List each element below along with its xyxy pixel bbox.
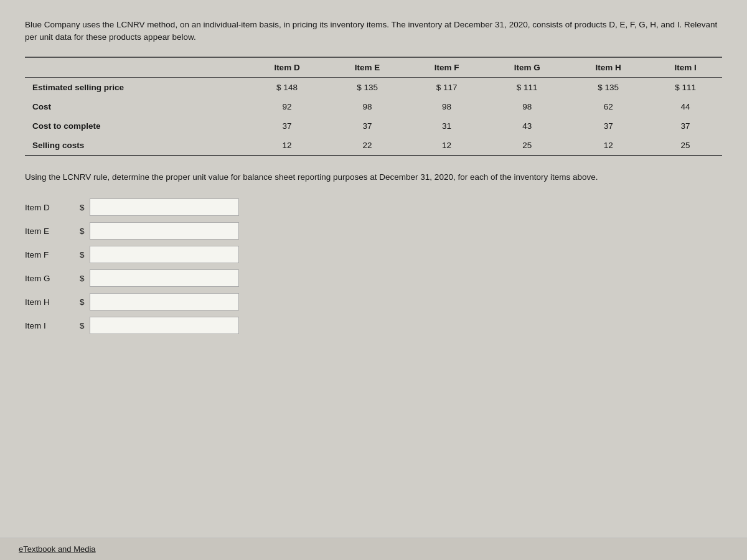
cell-e-selling: $ 135 bbox=[327, 77, 407, 97]
page-container: Blue Company uses the LCNRV method, on a… bbox=[0, 0, 747, 560]
cell-f-sc: 12 bbox=[407, 136, 486, 156]
answer-input-f[interactable] bbox=[90, 246, 239, 263]
dollar-sign-h: $ bbox=[80, 297, 85, 307]
answer-label-f: Item F bbox=[25, 250, 75, 259]
row-label-cost: Cost bbox=[25, 97, 247, 116]
cell-f-ctc: 31 bbox=[407, 116, 486, 136]
cell-i-cost: 44 bbox=[649, 97, 722, 116]
answer-row-i: Item I $ bbox=[25, 317, 722, 334]
etextbook-media-link[interactable]: Textbook and Media bbox=[19, 544, 96, 554]
answer-label-d: Item D bbox=[25, 203, 75, 212]
dollar-sign-i: $ bbox=[80, 321, 85, 330]
data-table: Item D Item E Item F Item G Item H Item … bbox=[25, 57, 722, 156]
table-row-selling-costs: Selling costs 12 22 12 25 12 25 bbox=[25, 136, 722, 156]
table-header-item-f: Item F bbox=[407, 57, 486, 78]
table-header-item-d: Item D bbox=[247, 57, 327, 78]
answer-label-i: Item I bbox=[25, 321, 75, 330]
answer-label-e: Item E bbox=[25, 226, 75, 236]
answer-input-h[interactable] bbox=[90, 293, 239, 310]
answer-section: Item D $ Item E $ Item F $ Item G $ Item… bbox=[25, 198, 722, 334]
cell-e-ctc: 37 bbox=[327, 116, 407, 136]
cell-h-ctc: 37 bbox=[568, 116, 649, 136]
dollar-sign-g: $ bbox=[80, 274, 85, 283]
table-header-item-g: Item G bbox=[486, 57, 568, 78]
cell-g-selling: $ 111 bbox=[486, 77, 568, 97]
cell-f-cost: 98 bbox=[407, 97, 486, 116]
cell-g-sc: 25 bbox=[486, 136, 568, 156]
dollar-sign-f: $ bbox=[80, 250, 85, 259]
cell-g-ctc: 43 bbox=[486, 116, 568, 136]
instruction-paragraph: Using the LCNRV rule, determine the prop… bbox=[25, 171, 722, 184]
answer-row-d: Item D $ bbox=[25, 198, 722, 216]
cell-d-selling: $ 148 bbox=[247, 77, 327, 97]
answer-row-h: Item H $ bbox=[25, 293, 722, 310]
table-row-cost-to-complete: Cost to complete 37 37 31 43 37 37 bbox=[25, 116, 722, 136]
row-label-selling-price: Estimated selling price bbox=[25, 77, 247, 97]
cell-f-selling: $ 117 bbox=[407, 77, 486, 97]
answer-input-d[interactable] bbox=[90, 198, 239, 216]
answer-row-g: Item G $ bbox=[25, 269, 722, 287]
table-header-item-h: Item H bbox=[568, 57, 649, 78]
cell-e-sc: 22 bbox=[327, 136, 407, 156]
cell-d-cost: 92 bbox=[247, 97, 327, 116]
cell-h-selling: $ 135 bbox=[568, 77, 649, 97]
table-header-item-e: Item E bbox=[327, 57, 407, 78]
answer-input-e[interactable] bbox=[90, 222, 239, 240]
dollar-sign-d: $ bbox=[80, 203, 85, 212]
cell-h-sc: 12 bbox=[568, 136, 649, 156]
cell-d-ctc: 37 bbox=[247, 116, 327, 136]
cell-h-cost: 62 bbox=[568, 97, 649, 116]
table-row-cost: Cost 92 98 98 98 62 44 bbox=[25, 97, 722, 116]
table-header-item-i: Item I bbox=[649, 57, 722, 78]
answer-row-e: Item E $ bbox=[25, 222, 722, 240]
answer-row-f: Item F $ bbox=[25, 246, 722, 263]
row-label-selling-costs: Selling costs bbox=[25, 136, 247, 156]
cell-e-cost: 98 bbox=[327, 97, 407, 116]
answer-input-i[interactable] bbox=[90, 317, 239, 334]
cell-d-sc: 12 bbox=[247, 136, 327, 156]
row-label-cost-to-complete: Cost to complete bbox=[25, 116, 247, 136]
cell-i-selling: $ 111 bbox=[649, 77, 722, 97]
intro-paragraph: Blue Company uses the LCNRV method, on a… bbox=[25, 19, 722, 44]
answer-input-g[interactable] bbox=[90, 269, 239, 287]
table-row-selling-price: Estimated selling price $ 148 $ 135 $ 11… bbox=[25, 77, 722, 97]
cell-i-sc: 25 bbox=[649, 136, 722, 156]
answer-label-h: Item H bbox=[25, 297, 75, 307]
dollar-sign-e: $ bbox=[80, 226, 85, 236]
answer-label-g: Item G bbox=[25, 274, 75, 283]
cell-g-cost: 98 bbox=[486, 97, 568, 116]
footer-bar: Textbook and Media bbox=[0, 538, 747, 560]
table-header-empty bbox=[25, 57, 247, 78]
cell-i-ctc: 37 bbox=[649, 116, 722, 136]
